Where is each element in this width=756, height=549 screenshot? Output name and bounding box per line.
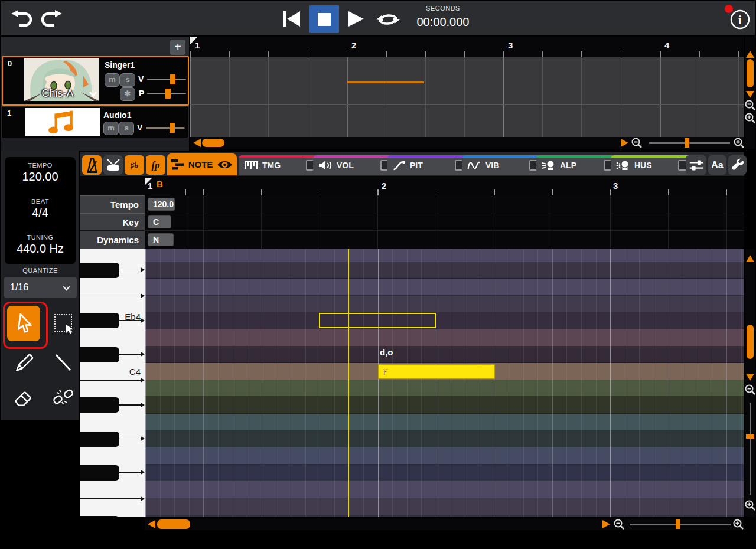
mute-button[interactable]: m	[105, 73, 120, 87]
dynamics-event-pill[interactable]: N	[148, 233, 174, 246]
info-button[interactable]: i	[729, 8, 751, 31]
tab-pit[interactable]: PIT	[387, 155, 471, 175]
editor-scroll-down-arrow[interactable]	[746, 374, 754, 381]
timeline-zoom-out-icon[interactable]	[631, 137, 643, 149]
pitch-row-G3[interactable]	[145, 447, 744, 465]
voice-name[interactable]: Chis-A	[24, 87, 91, 100]
voice-settings-button[interactable]: ✱	[120, 87, 135, 101]
tab-hus[interactable]: HUS	[611, 155, 694, 175]
tempo-row-lane[interactable]: 120.0	[145, 195, 744, 213]
timeline-hscroll-thumb[interactable]	[202, 139, 224, 147]
black-key-Bb3[interactable]	[80, 397, 119, 413]
solo-button[interactable]: s	[120, 73, 135, 87]
quantize-dropdown[interactable]: 1/16	[4, 277, 77, 298]
pitch-row-Eb4[interactable]	[145, 312, 744, 329]
lyrics-text-button[interactable]: Aa	[708, 155, 726, 175]
timeline-grid[interactable]	[190, 57, 744, 137]
tempo-event-pill[interactable]: 120.0	[148, 198, 175, 211]
editor-zoom-slider-handle[interactable]	[676, 519, 680, 529]
editor-ruler-ticks[interactable]	[145, 189, 744, 195]
black-key-Cs4[interactable]	[80, 347, 119, 362]
pitch-row-A3[interactable]	[145, 414, 744, 431]
pencil-tool-button[interactable]	[9, 348, 39, 378]
volume-slider-handle[interactable]	[170, 74, 175, 84]
pitch-row-Cs4[interactable]	[145, 347, 744, 364]
tab-vol[interactable]: VOL	[313, 155, 396, 175]
editor-zoom-out-icon[interactable]	[613, 518, 625, 530]
pitch-row-C4[interactable]	[145, 363, 744, 380]
pitch-row-E4[interactable]	[145, 296, 744, 313]
timeline-scroll-right-arrow[interactable]	[621, 139, 628, 147]
key-event-pill[interactable]: C	[148, 215, 171, 228]
tempo-value[interactable]: 120.00	[5, 170, 76, 184]
timeline-scroll-up-arrow[interactable]	[746, 51, 754, 58]
solo-button[interactable]: s	[119, 122, 134, 135]
editor-vzoom-in-icon[interactable]	[744, 499, 756, 511]
editor-hscroll-thumb[interactable]	[157, 519, 190, 529]
eye-icon[interactable]	[217, 159, 233, 170]
volume-slider-handle[interactable]	[170, 123, 175, 133]
pitch-row-B3[interactable]	[145, 380, 744, 397]
black-key-Eb4[interactable]	[80, 313, 119, 328]
pan-slider-handle[interactable]	[165, 89, 171, 99]
track-name[interactable]: Audio1	[103, 110, 131, 120]
tab-note[interactable]: NOTE	[167, 153, 237, 175]
track-name[interactable]: Singer1	[105, 60, 135, 70]
black-key-Fs4[interactable]	[80, 263, 119, 278]
timeline-vscroll-thumb[interactable]	[747, 59, 754, 87]
tab-tmg[interactable]: TMG	[239, 155, 322, 175]
loop-button[interactable]	[374, 8, 402, 31]
timeline-scroll-left-arrow[interactable]	[193, 139, 201, 147]
track-row-audio[interactable]: 1 Audio1 m s V	[2, 107, 188, 138]
pitch-row-D4[interactable]	[145, 329, 744, 347]
pitch-row-Bb3[interactable]	[145, 397, 744, 414]
editor-vzoom-slider[interactable]	[750, 403, 751, 495]
pitch-row-Ab3[interactable]	[145, 431, 744, 448]
black-key-Fs3[interactable]	[80, 465, 119, 481]
tab-drum[interactable]	[103, 155, 123, 175]
song-settings-box[interactable]: TEMPO 120.00 BEAT 4/4 TUNING 440.0 Hz	[5, 157, 76, 264]
add-track-button[interactable]: +	[170, 40, 185, 55]
mute-button[interactable]: m	[103, 122, 119, 135]
marquee-select-tool-button[interactable]	[50, 309, 77, 336]
tab-tempo-metronome[interactable]	[82, 155, 102, 175]
tab-vib[interactable]: VIB	[462, 155, 545, 175]
editor-scroll-left-arrow[interactable]	[148, 520, 155, 528]
timeline-scroll-down-arrow[interactable]	[746, 91, 754, 98]
pitch-row-Fs4[interactable]	[145, 262, 744, 279]
pitch-row-F4[interactable]	[145, 279, 744, 296]
undo-button[interactable]	[9, 8, 34, 29]
editor-scroll-up-arrow[interactable]	[746, 255, 754, 262]
timeline-zoom-slider[interactable]	[649, 142, 730, 144]
timeline-zoom-in-icon[interactable]	[733, 137, 745, 149]
timeline-zoom-slider-handle[interactable]	[685, 138, 689, 148]
tab-dynamics[interactable]: fp	[146, 155, 165, 175]
redo-button[interactable]	[39, 8, 64, 29]
editor-vzoom-slider-handle[interactable]	[746, 434, 754, 439]
unlink-tool-button[interactable]	[50, 383, 77, 411]
key-row-lane[interactable]: C	[145, 213, 744, 231]
editor-scroll-right-arrow[interactable]	[602, 520, 610, 528]
volume-slider[interactable]	[147, 79, 186, 80]
volume-slider[interactable]	[146, 127, 185, 129]
timeline-note-segment[interactable]	[347, 81, 424, 83]
pitch-row-Eb3[interactable]	[145, 515, 744, 517]
piano-roll-rows[interactable]	[145, 249, 744, 517]
track-row-singer[interactable]: 0 Chis-A Sing	[2, 56, 189, 106]
pitch-row-E3[interactable]	[145, 498, 744, 515]
play-button[interactable]	[343, 6, 369, 31]
time-display[interactable]: 00:00.000	[408, 15, 478, 29]
beat-value[interactable]: 4/4	[5, 206, 76, 220]
dynamics-row-lane[interactable]: N	[145, 231, 744, 249]
editor-vzoom-out-icon[interactable]	[744, 384, 756, 396]
editor-vscroll-thumb[interactable]	[747, 325, 754, 359]
pointer-tool-button[interactable]	[7, 306, 40, 341]
black-key-Ab3[interactable]	[80, 432, 119, 447]
tab-key-accidentals[interactable]: ♯♭	[125, 155, 144, 175]
voice-select-chevron-down-icon[interactable]	[89, 91, 97, 97]
audio-track-thumbnail[interactable]	[25, 108, 100, 136]
pitch-row-Fs3[interactable]	[145, 465, 744, 482]
pitch-row-G4[interactable]	[145, 249, 744, 262]
tab-alp[interactable]: ALP	[536, 155, 620, 175]
editor-zoom-in-icon[interactable]	[732, 518, 744, 530]
